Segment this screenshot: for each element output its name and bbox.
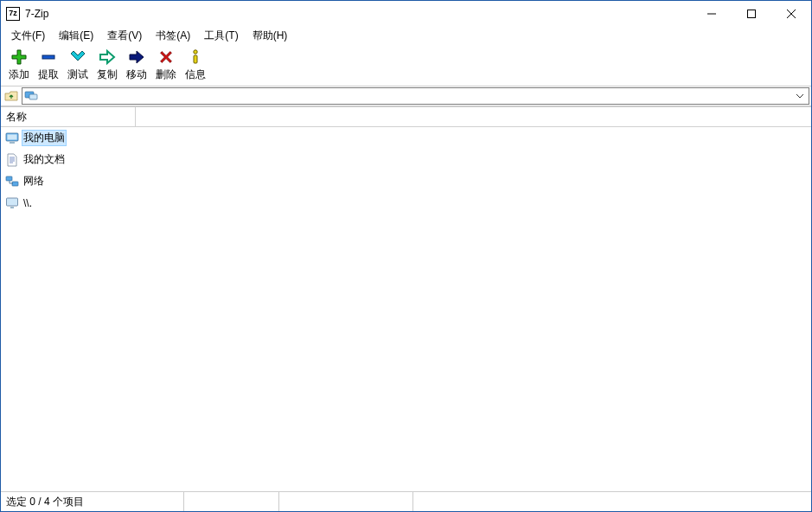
svg-rect-11 <box>10 142 15 144</box>
toolbar-info-button[interactable]: 信息 <box>181 47 210 84</box>
toolbar-extract-button[interactable]: 提取 <box>34 47 63 84</box>
menu-tools[interactable]: 工具(T) <box>197 27 245 45</box>
file-listview[interactable]: 名称 我的电脑 我的文档 <box>1 107 811 491</box>
path-combobox[interactable] <box>22 87 809 105</box>
copy-arrow-icon <box>97 48 118 66</box>
toolbar-copy-label: 复制 <box>97 67 118 82</box>
minus-icon <box>38 48 59 66</box>
svg-rect-4 <box>42 55 54 59</box>
toolbar-move-button[interactable]: 移动 <box>122 47 151 84</box>
close-button[interactable] <box>771 1 811 27</box>
statusbar-cell-3 <box>279 492 413 511</box>
menu-bookmarks[interactable]: 书签(A) <box>149 27 197 45</box>
list-item[interactable]: 我的文档 <box>1 149 811 170</box>
svg-rect-8 <box>29 94 37 99</box>
monitor-icon <box>4 196 20 210</box>
menu-view[interactable]: 查看(V) <box>100 27 149 45</box>
maximize-button[interactable] <box>732 1 771 27</box>
menu-help[interactable]: 帮助(H) <box>246 27 295 45</box>
toolbar-delete-button[interactable]: 删除 <box>151 47 181 84</box>
toolbar-add-button[interactable]: 添加 <box>4 47 34 84</box>
list-item[interactable]: 我的电脑 <box>1 127 811 149</box>
toolbar-info-label: 信息 <box>185 67 206 82</box>
statusbar-cell-4 <box>413 492 811 511</box>
toolbar-test-button[interactable]: 测试 <box>63 47 93 84</box>
svg-point-5 <box>194 50 197 54</box>
addressbar <box>1 86 811 106</box>
svg-rect-1 <box>748 10 756 17</box>
column-header-name[interactable]: 名称 <box>1 107 136 126</box>
titlebar[interactable]: 7z 7-Zip <box>1 1 811 27</box>
statusbar-selection: 选定 0 / 4 个项目 <box>1 492 184 511</box>
computer-path-icon <box>24 89 38 103</box>
statusbar: 选定 0 / 4 个项目 <box>1 491 811 511</box>
document-icon <box>4 153 20 167</box>
list-item-label: 网络 <box>22 173 46 189</box>
computer-icon <box>4 131 20 145</box>
list-item[interactable]: 网络 <box>1 170 811 192</box>
app-window: 7z 7-Zip 文件(F) 编辑(E) 查看(V) 书签(A) 工具(T) 帮… <box>0 0 812 512</box>
toolbar-delete-label: 删除 <box>156 67 176 82</box>
menu-edit[interactable]: 编辑(E) <box>52 27 100 45</box>
plus-icon <box>9 48 29 66</box>
path-dropdown-button[interactable] <box>793 88 807 104</box>
list-item[interactable]: \\. <box>1 192 811 214</box>
folder-up-icon <box>4 89 18 103</box>
list-item-label: 我的文档 <box>22 151 67 168</box>
chevron-down-icon <box>796 93 803 99</box>
menu-file[interactable]: 文件(F) <box>4 27 52 45</box>
toolbar-move-label: 移动 <box>126 67 147 82</box>
listview-body[interactable]: 我的电脑 我的文档 网络 <box>1 127 811 491</box>
svg-rect-14 <box>7 198 18 206</box>
move-arrow-icon <box>126 48 147 66</box>
toolbar-extract-label: 提取 <box>38 67 59 82</box>
app-icon: 7z <box>6 7 20 21</box>
toolbar-copy-button[interactable]: 复制 <box>93 47 122 84</box>
window-title: 7-Zip <box>25 8 48 20</box>
list-item-label: 我的电脑 <box>22 130 67 146</box>
svg-rect-10 <box>8 134 17 139</box>
svg-rect-15 <box>10 207 14 208</box>
toolbar-test-label: 测试 <box>67 67 88 82</box>
delete-x-icon <box>156 48 176 66</box>
up-one-level-button[interactable] <box>3 87 20 105</box>
svg-rect-12 <box>6 176 12 181</box>
toolbar: 添加 提取 测试 复制 移动 <box>1 45 811 86</box>
content-area: 名称 我的电脑 我的文档 <box>1 106 811 491</box>
svg-rect-6 <box>194 55 197 63</box>
info-icon <box>185 48 206 66</box>
toolbar-add-label: 添加 <box>9 67 29 82</box>
menubar: 文件(F) 编辑(E) 查看(V) 书签(A) 工具(T) 帮助(H) <box>1 27 811 45</box>
minimize-button[interactable] <box>692 1 732 27</box>
listview-header: 名称 <box>1 107 811 127</box>
check-icon <box>67 48 88 66</box>
svg-rect-13 <box>12 182 18 186</box>
list-item-label: \\. <box>22 196 34 210</box>
statusbar-cell-2 <box>184 492 279 511</box>
network-icon <box>4 175 20 189</box>
